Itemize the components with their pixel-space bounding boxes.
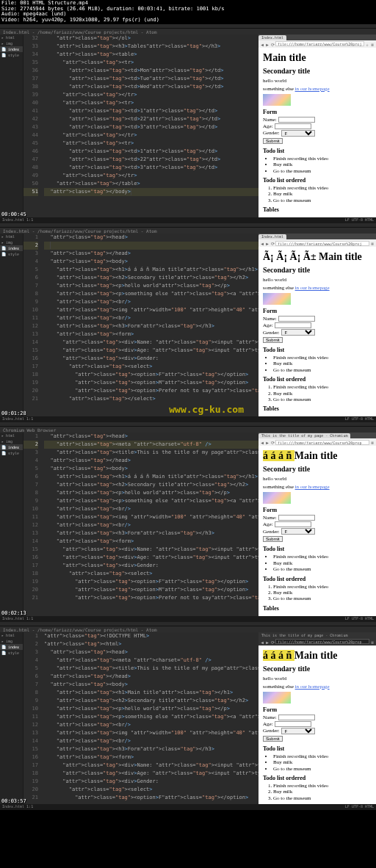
age-label: Age: [263, 123, 273, 129]
address-bar[interactable]: file:///home/fariazz/www/Course%20prop [275, 639, 369, 644]
back-icon[interactable]: ◀ [260, 640, 264, 644]
file-tree[interactable]: ▸ html ▸ img 📄 index 📄 style [0, 433, 24, 615]
homepage-link[interactable]: in our homepage [295, 285, 330, 291]
phaser-image [263, 293, 291, 305]
gender-select[interactable]: F [281, 130, 315, 137]
file-tree[interactable]: ▸ html ▸ img 📄 index 📄 style [0, 234, 24, 416]
timestamp: 00:03:57 [1, 798, 26, 804]
gender-label: Gender: [263, 130, 280, 136]
gender-select[interactable]: F [281, 528, 315, 535]
hello-text: hello world [263, 78, 372, 84]
browser-tab[interactable]: This is the title of my page - Chromium [258, 433, 350, 438]
browser-toolbar: ◀ ▶ ⟳ file:///home/fariazz/www/Course%20… [258, 40, 376, 48]
star-icon[interactable]: ☆ [365, 42, 369, 46]
homepage-link[interactable]: in our homepage [295, 484, 330, 490]
page-h2: Secondary title [263, 67, 372, 75]
phaser-image [263, 492, 291, 504]
reload-icon[interactable]: ⟳ [270, 241, 275, 245]
code-editor[interactable]: 123456789101112131415161718192021 "attr"… [24, 433, 258, 615]
video-video: Video: h264, yuv420p, 1920x1080, 29.97 f… [1, 18, 375, 23]
submit-button[interactable]: Submit [263, 536, 283, 542]
age-input[interactable] [275, 721, 311, 727]
name-input[interactable] [278, 117, 315, 123]
tree-file-index[interactable]: 📄 index [0, 46, 23, 52]
code-editor[interactable]: 123456789101112131415161718192021 "attr"… [24, 234, 258, 416]
browser-tabbar[interactable]: Index.html [258, 35, 376, 40]
browser-preview: Index.html ◀ ▶ ⟳ file:///home/fariazz/ww… [258, 35, 376, 217]
page-h1: á á á ñ Main title [263, 650, 372, 662]
list-item: Buy milk [273, 162, 372, 167]
page-h1: Main title [263, 52, 372, 64]
pane-1: Index.html - /home/fariazz/www/Course pr… [0, 24, 376, 223]
homepage-link[interactable]: in our homepage [295, 86, 330, 92]
browser-tab[interactable]: Index.html [258, 234, 286, 239]
browser-tab[interactable]: Index.html [258, 35, 286, 40]
name-input[interactable] [278, 316, 315, 322]
name-label: Name: [263, 117, 277, 123]
timestamp: 00:02:13 [1, 610, 26, 616]
submit-button[interactable]: Submit [263, 138, 283, 144]
timestamp: 00:01:28 [1, 411, 26, 416]
form-heading: Form [263, 109, 372, 115]
ide-titlebar: Index.html - /home/fariazz/www/Course pr… [0, 228, 376, 234]
file-tree[interactable]: ▸ html ▸ img 📄 index 📄 style [0, 632, 24, 804]
reload-icon[interactable]: ⟳ [270, 640, 275, 644]
tree-folder[interactable]: ▸ img [0, 40, 23, 46]
page-body: Main title Secondary title hello world s… [258, 48, 376, 217]
back-icon[interactable]: ◀ [260, 440, 264, 444]
tree-folder[interactable]: ▸ html [0, 35, 23, 40]
code-editor[interactable]: 123456789101112131415161718192021"attr">… [24, 632, 258, 804]
forward-icon[interactable]: ▶ [265, 241, 270, 245]
todo-heading: Todo list [263, 148, 372, 154]
something-else: something else in our homepage [263, 86, 372, 92]
list-item: Finish recording this video [273, 156, 372, 162]
phaser-image [263, 94, 291, 106]
reload-icon[interactable]: ⟳ [270, 440, 275, 444]
pane-2: Index.html - /home/fariazz/www/Course pr… [0, 223, 376, 422]
todo-ord-heading: Todo list ordered [263, 177, 372, 184]
menu-icon[interactable]: ≡ [370, 241, 375, 245]
browser-titlebar: Chromium Web Browser [0, 427, 376, 433]
watermark: www.cg-ku.com [169, 404, 244, 415]
tables-heading: Tables [263, 206, 372, 213]
list-item: Buy milk [273, 191, 372, 197]
submit-button[interactable]: Submit [263, 736, 283, 742]
back-icon[interactable]: ◀ [260, 42, 264, 46]
browser-tab[interactable]: This is the title of my page - Chromium [258, 633, 350, 638]
forward-icon[interactable]: ▶ [265, 440, 270, 444]
forward-icon[interactable]: ▶ [265, 640, 270, 644]
tree-file[interactable]: 📄 style [0, 52, 23, 58]
phaser-image [263, 692, 291, 704]
gender-select[interactable]: F [281, 728, 315, 734]
address-bar[interactable]: file:///home/fariazz/www/Course%20prop [275, 440, 369, 445]
menu-icon[interactable]: ≡ [370, 42, 375, 46]
page-h1: á á á ñ Main title [263, 450, 372, 462]
todo-list: Finish recording this video Buy milk Go … [273, 156, 372, 174]
page-h1: Ã¡ Ã¡ Ã¡ Ã± Main title [263, 251, 372, 263]
menu-icon[interactable]: ≡ [370, 440, 375, 444]
name-input[interactable] [278, 715, 315, 720]
name-input[interactable] [278, 515, 315, 521]
pane-4: Index.html - /home/fariazz/www/Course pr… [0, 622, 376, 810]
age-input[interactable] [275, 123, 311, 129]
age-input[interactable] [275, 322, 311, 328]
list-item: Go to the museum [273, 168, 372, 174]
file-tree[interactable]: ▸ html ▸ img 📄 index 📄 style [0, 35, 24, 217]
timestamp: 00:00:45 [1, 211, 26, 217]
age-input[interactable] [275, 521, 311, 527]
reload-icon[interactable]: ⟳ [270, 42, 275, 46]
todo-list-ordered: Finish recording this video Buy milk Go … [273, 185, 372, 203]
address-bar[interactable]: file:///home/fariazz/www/Course%20proj [275, 241, 369, 246]
address-bar[interactable]: file:///home/fariazz/www/Course%20proj [275, 41, 364, 46]
ide-titlebar: Index.html - /home/fariazz/www/Course pr… [0, 29, 376, 35]
gender-select[interactable]: F [281, 329, 315, 336]
submit-button[interactable]: Submit [263, 337, 283, 343]
video-info-header: File: 001 HTML Structure.mp4 Size: 27745… [0, 0, 376, 24]
homepage-link[interactable]: in our homepage [295, 684, 330, 690]
browser-preview: Index.html ◀ ▶ ⟳ file:///home/fariazz/ww… [258, 234, 376, 416]
code-editor[interactable]: 3233343536373839404142434445464748495051… [24, 35, 258, 217]
back-icon[interactable]: ◀ [260, 241, 264, 245]
forward-icon[interactable]: ▶ [265, 42, 270, 46]
menu-icon[interactable]: ≡ [370, 640, 375, 644]
list-item: Finish recording this video [273, 185, 372, 191]
